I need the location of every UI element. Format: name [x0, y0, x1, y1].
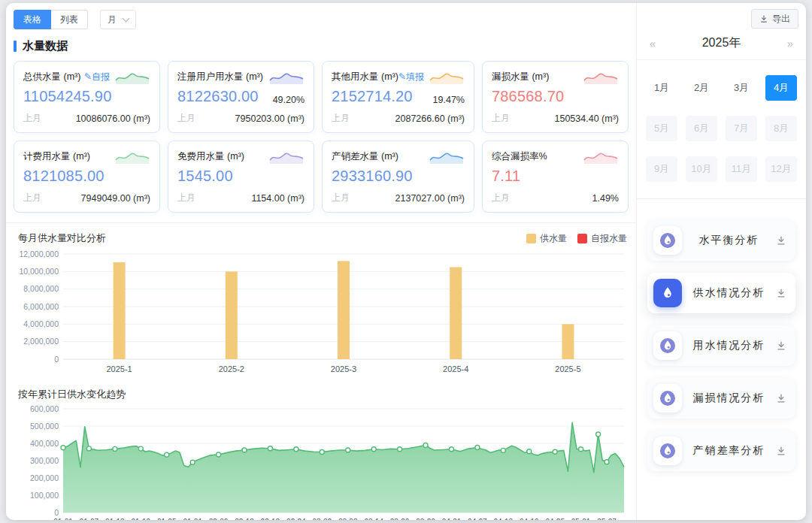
prev-month-value: 150534.40 (m³)	[555, 113, 619, 124]
water-drop-glyph	[659, 389, 677, 407]
prev-month-label: 上月	[332, 112, 350, 125]
stat-card: 注册用户用水量 (m³) 8122630.0049.20% 上月 7950203…	[168, 61, 314, 133]
area-chart-header: 按年累计日供水变化趋势	[14, 386, 629, 403]
calendar-month-cell[interactable]: 3月	[726, 75, 757, 101]
tab-table[interactable]: 表格	[14, 10, 51, 29]
sparkline-icon	[583, 148, 619, 165]
calendar-month-cell[interactable]: 9月	[646, 156, 677, 182]
water-drop-glyph	[659, 337, 677, 355]
bar-chart-header: 每月供水量对比分析 供水量自报水量	[14, 230, 629, 246]
tab-list[interactable]: 列表	[51, 10, 88, 29]
svg-text:02-24: 02-24	[286, 518, 306, 520]
stat-card-percent: 49.20%	[273, 95, 304, 105]
stat-card-title: 注册用户用水量 (m³)	[177, 71, 263, 83]
calendar-month-cell[interactable]: 2月	[686, 75, 717, 101]
analysis-button[interactable]: 水平衡分析	[647, 220, 795, 261]
calendar-month-cell[interactable]: 7月	[726, 116, 757, 141]
svg-text:04-25: 04-25	[545, 518, 565, 520]
analysis-button[interactable]: 用水情况分析	[647, 325, 795, 366]
svg-text:2025-5: 2025-5	[555, 364, 580, 373]
prev-month-label: 上月	[177, 192, 195, 204]
svg-text:03-26: 03-26	[416, 518, 435, 520]
bar-grid: 12,000,00010,000,0008,000,0006,000,0004,…	[19, 249, 624, 364]
area-fill	[63, 422, 624, 512]
stat-card-title: 漏损水量 (m³)	[492, 71, 549, 83]
title-accent-bar	[14, 41, 17, 52]
svg-text:01-19: 01-19	[132, 518, 151, 520]
sparkline-icon	[429, 148, 465, 165]
calendar-month-cell[interactable]: 12月	[765, 156, 797, 182]
section-title-row: 水量数据	[6, 29, 636, 56]
prev-year-button[interactable]: «	[646, 37, 659, 50]
main-area: 表格 列表 月 水量数据 总供水量 (m³) ✎自报 11054245.90	[6, 3, 636, 520]
prev-month-value: 7949049.00 (m³)	[81, 193, 150, 204]
toolbar: 表格 列表 月	[6, 3, 636, 29]
analysis-button-label: 产销差率分析	[682, 444, 776, 458]
analysis-button[interactable]: 供水情况分析	[647, 273, 795, 313]
calendar-month-cell[interactable]: 4月	[765, 75, 797, 101]
water-drop-icon	[653, 331, 682, 360]
legend-label: 自报水量	[591, 232, 627, 245]
stat-card-value: 786568.70	[492, 88, 564, 105]
svg-text:600,000: 600,000	[30, 404, 59, 413]
view-tab-group: 表格 列表	[14, 10, 88, 29]
export-button[interactable]: 导出	[751, 9, 798, 29]
charts-area: 每月供水量对比分析 供水量自报水量 12,000,00010,000,0008,…	[6, 223, 636, 520]
calendar-month-cell[interactable]: 8月	[765, 116, 797, 141]
prev-month-label: 上月	[492, 112, 510, 125]
calendar-month-cell[interactable]: 1月	[646, 75, 677, 101]
analysis-button[interactable]: 产销差率分析	[647, 431, 795, 471]
stat-card: 计费用水量 (m³) 8121085.00 上月 7949049.00 (m³)	[14, 141, 160, 213]
svg-text:2025-1: 2025-1	[106, 364, 132, 373]
legend-item[interactable]: 供水量	[526, 232, 567, 245]
report-link[interactable]: ✎填报	[398, 71, 424, 83]
stat-card-title: 免费用水量 (m³)	[177, 150, 244, 163]
svg-text:4,000,000: 4,000,000	[23, 319, 59, 328]
stat-card: 综合漏损率% 7.11 上月 1.49%	[482, 141, 629, 213]
next-year-button[interactable]: »	[783, 37, 797, 50]
svg-text:04-07: 04-07	[468, 518, 487, 520]
stat-cards: 总供水量 (m³) ✎自报 11054245.90 上月 10086076.00…	[6, 56, 636, 222]
download-icon	[776, 446, 786, 456]
analysis-button-label: 水平衡分析	[682, 234, 776, 247]
calendar-month-cell[interactable]: 5月	[646, 116, 677, 141]
period-select[interactable]: 月	[100, 10, 136, 29]
svg-text:2,000,000: 2,000,000	[23, 337, 59, 346]
download-icon	[776, 288, 786, 298]
calendar-month-cell[interactable]: 10月	[686, 156, 717, 182]
legend-item[interactable]: 自报水量	[577, 232, 627, 245]
water-drop-icon	[653, 437, 682, 465]
stat-card: 产销差水量 (m³) 2933160.90 上月 2137027.00 (m³)	[322, 141, 474, 213]
area-chart-title: 按年累计日供水变化趋势	[18, 388, 126, 401]
report-link[interactable]: ✎自报	[84, 71, 110, 83]
chevron-down-icon	[123, 15, 130, 23]
bar-series: 2025-12025-22025-32025-42025-5	[106, 261, 580, 373]
water-drop-icon	[653, 226, 682, 255]
analysis-button-list: 水平衡分析 供水情况分析 用水情况分析 漏损情况分析 产销差率分析	[637, 199, 806, 471]
stat-card-value: 11054245.90	[23, 88, 112, 105]
stat-card-value: 1545.00	[177, 168, 233, 185]
export-label: 导出	[772, 13, 790, 26]
svg-text:02-06: 02-06	[209, 518, 229, 520]
sparkline-icon	[114, 68, 150, 85]
analysis-button[interactable]: 漏损情况分析	[647, 378, 795, 419]
calendar-months: 1月2月3月4月5月6月7月8月9月10月11月12月	[637, 60, 806, 198]
water-drop-icon	[653, 384, 682, 413]
prev-month-label: 上月	[332, 192, 350, 204]
svg-text:03-02: 03-02	[313, 518, 332, 520]
analysis-button-label: 供水情况分析	[682, 286, 776, 300]
svg-text:12,000,000: 12,000,000	[19, 249, 59, 258]
stat-card: 免费用水量 (m³) 1545.00 上月 1154.00 (m³)	[168, 141, 314, 213]
calendar-month-cell[interactable]: 6月	[686, 116, 717, 141]
export-row: 导出	[637, 3, 806, 33]
bar-chart: 12,000,00010,000,0008,000,0006,000,0004,…	[14, 246, 631, 383]
sparkline-icon	[583, 68, 619, 85]
svg-text:10,000,000: 10,000,000	[19, 267, 59, 276]
svg-text:8,000,000: 8,000,000	[23, 284, 59, 293]
analysis-button-label: 漏损情况分析	[682, 391, 776, 405]
svg-text:300,000: 300,000	[30, 456, 59, 465]
calendar-month-cell[interactable]: 11月	[726, 156, 757, 182]
analysis-button-label: 用水情况分析	[682, 339, 776, 352]
stat-card: 其他用水量 (m³) ✎填报 2152714.2019.47% 上月 20872…	[322, 61, 474, 133]
stat-card: 漏损水量 (m³) 786568.70 上月 150534.40 (m³)	[482, 61, 629, 133]
